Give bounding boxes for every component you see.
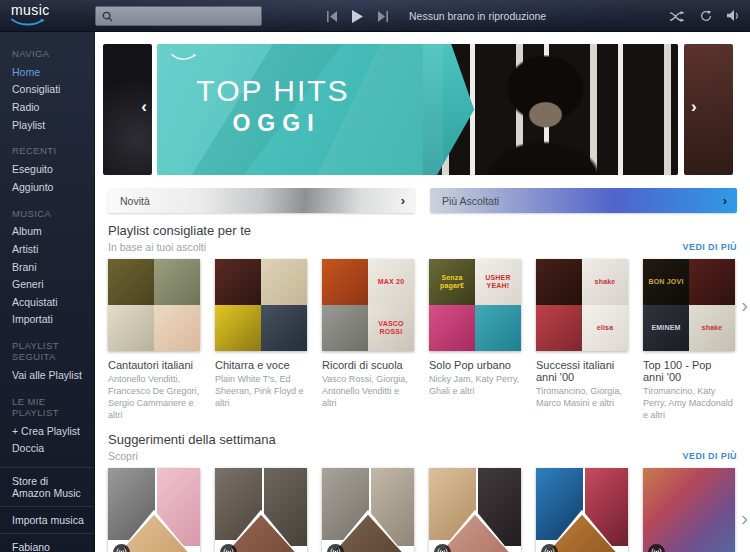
playlist-card-title: Chitarra e voce	[215, 359, 307, 371]
see-more-link[interactable]: VEDI DI PIÙ	[683, 451, 737, 461]
album-cover-tile	[108, 259, 154, 305]
sidebar-item-aggiunto[interactable]: Aggiunto	[0, 178, 94, 196]
playlist-cover-collage[interactable]: Senza pagar€USHER YEAH!	[429, 259, 521, 351]
album-cover-tile	[322, 305, 368, 351]
hero-next-slide[interactable]: ›	[684, 44, 733, 175]
station-card[interactable]	[215, 468, 307, 552]
sidebar-item-album[interactable]: Album	[0, 223, 94, 241]
album-cover-label: EMINEM	[650, 323, 681, 333]
shuffle-button[interactable]	[670, 11, 685, 22]
sidebar-item-eseguito[interactable]: Eseguito	[0, 160, 94, 178]
sidebar-item-crea-playlist[interactable]: + Crea Playlist	[0, 422, 94, 440]
amazon-music-logo[interactable]: music	[11, 4, 71, 27]
sidebar-item-playlist[interactable]: Playlist	[0, 116, 94, 134]
hero-title: TOP HITS OGGI	[187, 74, 359, 137]
sidebar-item-home[interactable]: Home	[0, 63, 94, 81]
playlist-card[interactable]: Cantautori italianiAntonello Venditti, F…	[108, 259, 200, 422]
banner-piu-ascoltati[interactable]: Più Ascoltati ›	[430, 188, 737, 213]
sidebar-item-consigliati[interactable]: Consigliati	[0, 81, 94, 99]
album-cover-tile	[154, 259, 200, 305]
playlist-card-title: Solo Pop urbano	[429, 359, 521, 371]
volume-button[interactable]	[727, 10, 740, 22]
section-header-suggestions: Suggerimenti della settimana Scopri VEDI…	[108, 432, 737, 462]
playlist-cover-collage[interactable]: shakeelisa	[536, 259, 628, 351]
now-playing-text: Nessun brano in riproduzione	[409, 0, 546, 32]
playlist-cover-collage[interactable]	[108, 259, 200, 351]
row-scroll-right-icon[interactable]: ›	[741, 508, 748, 528]
station-card[interactable]	[429, 468, 521, 552]
sidebar-item-importati[interactable]: Importati	[0, 311, 94, 329]
sidebar-section-header: NAVIGA	[12, 48, 94, 59]
banner-row: Novità › Più Ascoltati ›	[108, 188, 737, 213]
station-card[interactable]	[108, 468, 200, 552]
repeat-button[interactable]	[700, 10, 712, 22]
playlist-cover-collage[interactable]: MAX 20VASCO ROSSI	[322, 259, 414, 351]
station-card[interactable]	[643, 468, 735, 552]
hero-slide-top-hits[interactable]: TOP HITS OGGI	[157, 44, 678, 175]
album-cover-label: VASCO ROSSI	[368, 319, 414, 337]
album-cover-tile	[322, 259, 368, 305]
album-cover-label: shake	[701, 323, 724, 333]
sidebar-nav: NAVIGAHomeConsigliatiRadioPlaylistRECENT…	[0, 48, 94, 457]
carousel-next-icon[interactable]: ›	[691, 98, 697, 115]
playlist-card[interactable]: Chitarra e vocePlain White T's, Ed Sheer…	[215, 259, 307, 422]
hero-previous-slide[interactable]: ‹	[103, 44, 152, 175]
sidebar-footer-item-fabiano-confuorto[interactable]: Fabiano Confuorto›	[0, 534, 94, 552]
station-cover-image	[643, 468, 735, 552]
sidebar-item-generi[interactable]: Generi	[0, 275, 94, 293]
album-cover-tile: Senza pagar€	[429, 259, 475, 305]
station-cards-row: ›	[108, 468, 737, 552]
sidebar-item-acquistati[interactable]: Acquistati	[0, 293, 94, 311]
banner-label: Più Ascoltati	[442, 195, 499, 207]
search-input[interactable]	[118, 10, 255, 22]
playlist-card[interactable]: shakeelisaSuccessi italiani anni '00Tiro…	[536, 259, 628, 422]
broadcast-icon	[223, 547, 234, 552]
album-cover-tile	[429, 305, 475, 351]
row-scroll-right-icon[interactable]: ›	[741, 295, 748, 315]
main-content: ‹ TOP HITS OGGI › Novità › Pi	[95, 32, 750, 552]
playlist-card[interactable]: MAX 20VASCO ROSSIRicordi di scuolaVasco …	[322, 259, 414, 422]
playlist-cover-collage[interactable]: BON JOVIEMINEMshake	[643, 259, 735, 351]
album-cover-tile: shake	[689, 305, 735, 351]
sidebar-footer-label: Importa musica	[12, 514, 84, 526]
previous-icon	[327, 11, 337, 22]
search-icon	[102, 11, 113, 22]
broadcast-icon	[437, 547, 448, 552]
sidebar-footer-item-store-di-amazon-music[interactable]: Store di Amazon Music	[0, 468, 94, 507]
section-title: Playlist consigliate per te	[108, 223, 737, 238]
play-icon	[352, 10, 363, 23]
section-subtitle: Scopri	[108, 450, 737, 462]
sidebar-footer-item-importa-musica[interactable]: Importa musica	[0, 507, 94, 534]
search-box[interactable]	[95, 6, 262, 26]
sidebar-item-vai-alle-playlist[interactable]: Vai alle Playlist	[0, 366, 94, 384]
station-card[interactable]	[322, 468, 414, 552]
previous-track-button[interactable]	[327, 11, 337, 22]
album-cover-label: USHER YEAH!	[475, 273, 521, 291]
amazon-smile-icon	[11, 18, 47, 27]
station-card[interactable]	[536, 468, 628, 552]
album-cover-tile	[108, 305, 154, 351]
hero-carousel: ‹ TOP HITS OGGI ›	[95, 44, 750, 175]
sidebar-item-brani[interactable]: Brani	[0, 258, 94, 276]
sidebar-item-artisti[interactable]: Artisti	[0, 240, 94, 258]
next-track-button[interactable]	[378, 11, 388, 22]
album-cover-tile	[154, 305, 200, 351]
broadcast-icon	[330, 547, 341, 552]
banner-novita[interactable]: Novità ›	[108, 188, 415, 213]
playlist-card[interactable]: Senza pagar€USHER YEAH!Solo Pop urbanoNi…	[429, 259, 521, 422]
playlist-card-subtitle: Vasco Rossi, Giorgia, Antonello Venditti…	[322, 374, 414, 410]
play-button[interactable]	[352, 10, 363, 23]
playlist-cover-collage[interactable]	[215, 259, 307, 351]
volume-icon	[727, 10, 740, 22]
hero-title-line2: OGGI	[187, 110, 359, 137]
album-cover-tile: VASCO ROSSI	[368, 305, 414, 351]
carousel-previous-icon[interactable]: ‹	[141, 98, 147, 115]
see-more-link[interactable]: VEDI DI PIÙ	[683, 242, 737, 252]
repeat-icon	[700, 10, 712, 22]
broadcast-icon	[651, 547, 662, 552]
sidebar-item-radio[interactable]: Radio	[0, 98, 94, 116]
playlist-card[interactable]: BON JOVIEMINEMshakeTop 100 - Pop anni '0…	[643, 259, 735, 422]
sidebar-item-doccia[interactable]: Doccia	[0, 439, 94, 457]
album-cover-tile: MAX 20	[368, 259, 414, 305]
playlist-card-title: Successi italiani anni '00	[536, 359, 628, 383]
